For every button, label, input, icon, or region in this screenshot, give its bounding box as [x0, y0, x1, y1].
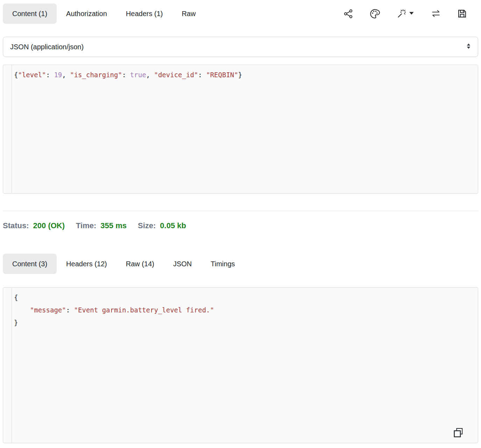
- size-label: Size:: [138, 220, 156, 231]
- time-group: Time: 355 ms: [76, 220, 127, 231]
- code-line: {"level": 19, "is_charging": true, "devi…: [14, 68, 474, 81]
- response-status-bar: Status: 200 (OK) Time: 355 ms Size: 0.05…: [3, 220, 481, 231]
- time-label: Time:: [76, 220, 96, 231]
- request-tab-bar: Content (1) Authorization Headers (1) Ra…: [0, 0, 481, 27]
- generate-code-button[interactable]: [396, 8, 415, 19]
- status-group: Status: 200 (OK): [3, 220, 65, 231]
- tab-response-timings[interactable]: Timings: [201, 254, 244, 274]
- time-value: 355 ms: [100, 220, 127, 231]
- section-divider: [3, 211, 478, 211]
- magic-wand-icon: [396, 8, 415, 19]
- response-body-code: { "message": "Event garmin.battery_level…: [12, 288, 478, 443]
- request-toolbar: [343, 8, 478, 19]
- status-code-value: 200 (OK): [33, 220, 65, 231]
- select-arrows-icon: [466, 42, 472, 52]
- tab-request-raw[interactable]: Raw: [172, 3, 205, 24]
- response-editor-gutter: [3, 288, 12, 443]
- share-button[interactable]: [343, 9, 353, 19]
- tab-response-headers[interactable]: Headers (12): [57, 254, 116, 274]
- tab-response-raw[interactable]: Raw (14): [116, 254, 164, 274]
- save-icon: [457, 9, 467, 19]
- palette-icon: [369, 8, 380, 19]
- response-tab-bar: Content (3) Headers (12) Raw (14) JSON T…: [0, 250, 481, 277]
- copy-icon: [453, 434, 464, 439]
- swap-request-response-button[interactable]: [431, 9, 441, 19]
- share-icon: [343, 9, 353, 19]
- swap-arrows-icon: [431, 9, 441, 19]
- request-editor-gutter: [3, 65, 12, 193]
- response-body-panel: { "message": "Event garmin.battery_level…: [3, 287, 478, 443]
- size-value: 0.05 kb: [160, 220, 186, 231]
- copy-response-button[interactable]: [453, 427, 464, 439]
- tab-response-json[interactable]: JSON: [164, 254, 201, 274]
- save-button[interactable]: [457, 9, 467, 19]
- theme-button[interactable]: [369, 8, 380, 19]
- tab-request-headers[interactable]: Headers (1): [116, 3, 172, 24]
- size-group: Size: 0.05 kb: [138, 220, 186, 231]
- tab-request-content[interactable]: Content (1): [3, 3, 57, 24]
- code-line: "message": "Event garmin.battery_level f…: [14, 304, 474, 316]
- tab-request-authorization[interactable]: Authorization: [57, 3, 116, 24]
- content-type-select[interactable]: JSON (application/json): [3, 37, 478, 57]
- code-line: {: [14, 291, 474, 304]
- chevron-down-icon: [409, 12, 413, 14]
- request-body-code[interactable]: {"level": 19, "is_charging": true, "devi…: [12, 65, 478, 193]
- status-label: Status:: [3, 220, 29, 231]
- code-line: }: [14, 316, 474, 329]
- content-type-value: JSON (application/json): [10, 43, 84, 51]
- tab-response-content[interactable]: Content (3): [3, 254, 57, 274]
- request-body-editor[interactable]: {"level": 19, "is_charging": true, "devi…: [3, 65, 478, 194]
